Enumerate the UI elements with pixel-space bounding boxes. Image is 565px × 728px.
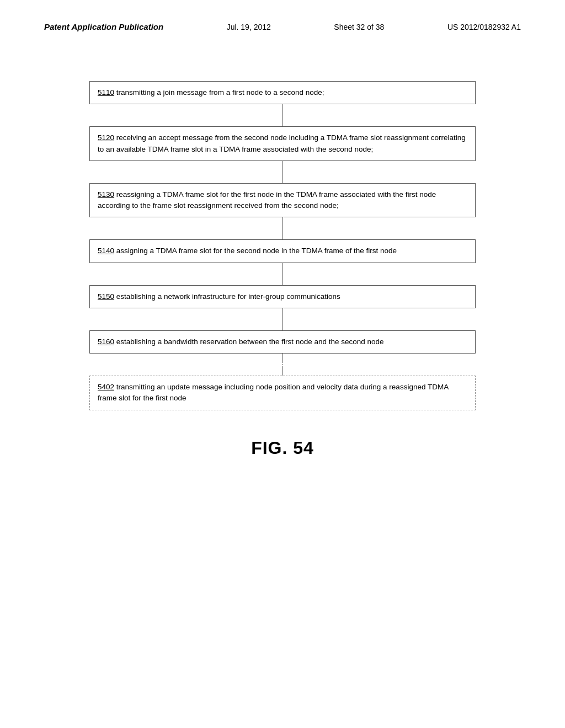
connector-3 xyxy=(282,217,283,239)
step-5130-num: 5130 xyxy=(98,190,114,199)
connector-double xyxy=(282,354,283,376)
step-5160-box: 5160 establishing a bandwidth reservatio… xyxy=(89,330,476,354)
sheet-label: Sheet 32 of 38 xyxy=(334,23,384,31)
step-5160-text: establishing a bandwidth reservation bet… xyxy=(114,338,384,346)
step-5130-text: reassigning a TDMA frame slot for the fi… xyxy=(98,190,436,210)
step-5110-box: 5110 transmitting a join message from a … xyxy=(89,81,476,104)
step-5130-box: 5130 reassigning a TDMA frame slot for t… xyxy=(89,183,476,218)
connector-5 xyxy=(282,308,283,330)
connector-6a xyxy=(282,354,283,363)
patent-number: US 2012/0182932 A1 xyxy=(447,23,521,31)
step-5110-text: transmitting a join message from a first… xyxy=(114,88,324,97)
page: Patent Application Publication Jul. 19, … xyxy=(0,0,565,728)
date-label: Jul. 19, 2012 xyxy=(227,23,271,31)
connector-6b xyxy=(282,364,283,366)
step-5150-num: 5150 xyxy=(98,292,114,301)
step-5120-num: 5120 xyxy=(98,133,114,142)
flow-diagram: 5110 transmitting a join message from a … xyxy=(89,81,476,410)
step-5140-num: 5140 xyxy=(98,247,114,255)
figure-label: FIG. 54 xyxy=(251,438,314,458)
step-5150-text: establishing a network infrastructure fo… xyxy=(114,292,340,301)
step-5402-box: 5402 transmitting an update message incl… xyxy=(89,376,476,410)
publication-label: Patent Application Publication xyxy=(44,22,163,31)
main-content: 5110 transmitting a join message from a … xyxy=(0,42,565,480)
step-5140-text: assigning a TDMA frame slot for the seco… xyxy=(114,247,397,255)
step-5402-num: 5402 xyxy=(98,383,114,391)
connector-1 xyxy=(282,104,283,126)
connector-4 xyxy=(282,263,283,285)
header: Patent Application Publication Jul. 19, … xyxy=(0,0,565,42)
connector-6c xyxy=(282,366,283,376)
step-5120-text: receiving an accept message from the sec… xyxy=(98,133,466,153)
step-5120-box: 5120 receiving an accept message from th… xyxy=(89,126,476,161)
step-5150-box: 5150 establishing a network infrastructu… xyxy=(89,285,476,308)
step-5160-num: 5160 xyxy=(98,338,114,346)
step-5402-text: transmitting an update message including… xyxy=(98,383,448,402)
step-5140-box: 5140 assigning a TDMA frame slot for the… xyxy=(89,239,476,263)
connector-2 xyxy=(282,161,283,183)
step-5110-num: 5110 xyxy=(98,88,114,97)
